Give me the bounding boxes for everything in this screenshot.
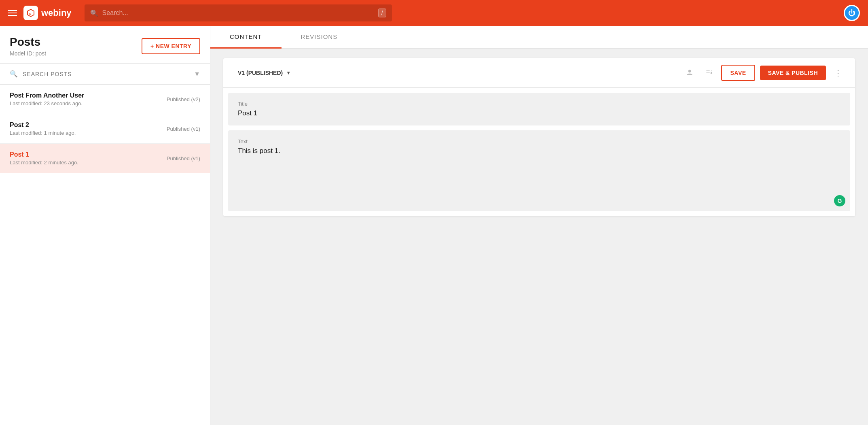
sidebar-title: Posts (10, 36, 46, 49)
new-entry-button[interactable]: + NEW ENTRY (142, 38, 200, 54)
tabs: CONTENT REVISIONS (210, 26, 868, 49)
person-icon-button[interactable] (682, 66, 697, 80)
slash-shortcut-badge: / (378, 8, 386, 17)
crosslist-icon-button[interactable] (702, 66, 716, 80)
logo-text: webiny (41, 8, 72, 18)
save-publish-button[interactable]: SAVE & PUBLISH (760, 66, 826, 80)
title-field-value[interactable]: Post 1 (238, 109, 840, 117)
title-field-label: Title (238, 101, 840, 107)
post-item-active[interactable]: Post 1 Last modified: 2 minutes ago. Pub… (0, 144, 210, 173)
text-field-value[interactable]: This is post 1. (238, 147, 840, 155)
grammarly-icon: G (834, 195, 845, 206)
more-options-button[interactable]: ⋮ (831, 66, 845, 79)
svg-text:w: w (28, 12, 32, 15)
logo-icon: w (23, 6, 38, 20)
post-item-meta: Last modified: 2 minutes ago. (10, 159, 78, 166)
sidebar: Posts Model ID: post + NEW ENTRY 🔍 ▼ Pos… (0, 26, 210, 425)
title-field: Title Post 1 (228, 93, 850, 125)
post-item-status: Published (v1) (167, 126, 200, 132)
version-label: V1 (PUBLISHED) (238, 70, 283, 76)
post-item-meta: Last modified: 23 seconds ago. (10, 100, 84, 106)
search-bar[interactable]: 🔍 / (85, 4, 392, 21)
post-item-status: Published (v1) (167, 155, 200, 162)
search-posts-input[interactable] (23, 71, 189, 77)
svg-point-1 (688, 70, 691, 73)
main-layout: Posts Model ID: post + NEW ENTRY 🔍 ▼ Pos… (0, 26, 868, 425)
chevron-down-icon: ▼ (286, 70, 291, 76)
post-item-title: Post 1 (10, 151, 78, 158)
posts-list: Post From Another User Last modified: 23… (0, 85, 210, 425)
post-item-meta: Last modified: 1 minute ago. (10, 130, 76, 136)
search-icon: 🔍 (90, 9, 98, 17)
text-field: Text This is post 1. G (228, 130, 850, 211)
user-avatar[interactable]: ⏻ (844, 5, 860, 21)
form-content: Title Post 1 Text This is post 1. G (223, 93, 855, 211)
editor-wrapper: V1 (PUBLISHED) ▼ (210, 49, 868, 425)
editor-toolbar: V1 (PUBLISHED) ▼ (223, 58, 855, 88)
post-item-title: Post From Another User (10, 92, 84, 99)
hamburger-menu[interactable] (8, 10, 17, 16)
sidebar-title-group: Posts Model ID: post (10, 36, 46, 57)
tab-revisions[interactable]: REVISIONS (282, 26, 357, 49)
post-item-status: Published (v2) (167, 96, 200, 102)
logo: w webiny (23, 6, 72, 20)
search-input[interactable] (102, 9, 374, 17)
save-button[interactable]: SAVE (721, 65, 755, 81)
tab-content[interactable]: CONTENT (210, 26, 282, 49)
filter-icon[interactable]: ▼ (194, 70, 200, 78)
search-row: 🔍 ▼ (0, 64, 210, 85)
post-item-title: Post 2 (10, 121, 76, 129)
sidebar-model-id: Model ID: post (10, 50, 46, 57)
search-posts-icon: 🔍 (10, 70, 18, 78)
sidebar-header: Posts Model ID: post + NEW ENTRY (0, 26, 210, 63)
top-navigation: w webiny 🔍 / ⏻ (0, 0, 868, 26)
post-item[interactable]: Post 2 Last modified: 1 minute ago. Publ… (0, 114, 210, 144)
text-field-label: Text (238, 138, 840, 144)
post-item[interactable]: Post From Another User Last modified: 23… (0, 85, 210, 114)
editor-card: V1 (PUBLISHED) ▼ (223, 58, 855, 216)
content-area: CONTENT REVISIONS V1 (PUBLISHED) ▼ (210, 26, 868, 425)
topnav-right: ⏻ (844, 5, 860, 21)
version-selector[interactable]: V1 (PUBLISHED) ▼ (233, 66, 296, 79)
